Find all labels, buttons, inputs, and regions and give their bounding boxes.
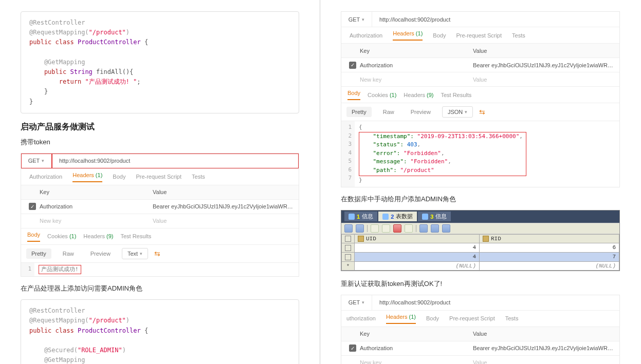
- chevron-down-icon: ▾: [465, 109, 467, 114]
- tab-prerequest[interactable]: Pre-request Script: [456, 32, 502, 39]
- format-select[interactable]: Text▾: [122, 248, 148, 259]
- heading-start-test: 启动产品服务做测试: [21, 122, 299, 132]
- view-pretty[interactable]: Pretty: [346, 107, 372, 117]
- db-toolbar: [341, 223, 619, 234]
- tab-headers[interactable]: Headers (1): [72, 172, 102, 182]
- code-block-2: @RestController @RequestMapping("/produc…: [21, 299, 299, 364]
- tab-body[interactable]: Body: [426, 315, 439, 321]
- http-method-select[interactable]: GET▾: [21, 154, 52, 168]
- postman-panel-2: GET▾ http://localhost:9002/product Autho…: [341, 11, 620, 187]
- wrap-icon[interactable]: ⇆: [479, 108, 485, 116]
- checkbox-icon[interactable]: [345, 254, 351, 260]
- format-select[interactable]: JSON▾: [442, 106, 473, 118]
- view-raw[interactable]: Raw: [378, 107, 399, 117]
- para-retest-ok: 重新认证获取新token再测试OK了!: [341, 279, 620, 289]
- view-raw[interactable]: Raw: [58, 248, 79, 259]
- tab-headers[interactable]: Headers (1): [386, 314, 416, 324]
- db-table[interactable]: UID RID 4 6 4 7 * (NULL) (NULL): [341, 234, 619, 271]
- col-header-value: Value: [153, 189, 295, 195]
- http-method-select[interactable]: GET▾: [341, 295, 372, 310]
- code-block-1: @RestController @RequestMapping("/produc…: [21, 11, 299, 113]
- table-row-new[interactable]: * (NULL) (NULL): [342, 261, 619, 270]
- url-input[interactable]: http://localhost:9002/product: [372, 299, 457, 305]
- tab-headers[interactable]: Headers (1): [393, 30, 423, 41]
- info-icon: [422, 214, 428, 220]
- chevron-down-icon: ▾: [362, 17, 364, 22]
- checkbox-checked-icon[interactable]: ✓: [349, 344, 356, 352]
- resp-tab-headers[interactable]: Headers (9): [404, 92, 433, 98]
- header-row[interactable]: ✓ Authorization Bearer eyJhbGciOiJSUzI1N…: [341, 58, 619, 72]
- postman-panel-3: GET▾ http://localhost:9002/product uthor…: [341, 295, 620, 364]
- tab-prerequest[interactable]: Pre-request Script: [136, 174, 181, 180]
- resp-tab-testresults[interactable]: Test Results: [441, 92, 471, 98]
- tab-tests[interactable]: Tests: [192, 174, 205, 180]
- para-add-role-db: 在数据库中手动给用户添加ADMIN角色: [341, 195, 620, 204]
- tab-body[interactable]: Body: [113, 174, 125, 180]
- new-value-input[interactable]: Value: [153, 218, 295, 224]
- header-row[interactable]: ✓ Authorization Bearer eyJhbGciOiJSUzI1N…: [21, 200, 299, 214]
- chevron-down-icon: ▾: [362, 300, 364, 305]
- resp-tab-cookies[interactable]: Cookies (1): [47, 233, 76, 239]
- checkbox-icon[interactable]: [345, 245, 351, 251]
- table-icon: [382, 214, 389, 220]
- left-column: @RestController @RequestMapping("/produc…: [0, 0, 320, 364]
- checkbox-checked-icon[interactable]: ✓: [29, 203, 36, 210]
- toolbar-btn[interactable]: [419, 224, 428, 233]
- tab-body[interactable]: Body: [433, 32, 446, 39]
- column-icon: [483, 236, 489, 242]
- view-preview[interactable]: Preview: [85, 248, 116, 259]
- tab-tests[interactable]: Tests: [512, 32, 525, 39]
- toolbar-btn[interactable]: [382, 224, 390, 233]
- right-column: GET▾ http://localhost:9002/product Autho…: [320, 0, 640, 364]
- table-row[interactable]: 4 6: [342, 243, 619, 252]
- tab-authorization[interactable]: Authorization: [350, 32, 382, 39]
- toolbar-btn[interactable]: [356, 224, 364, 233]
- column-icon: [358, 236, 364, 242]
- resp-tab-testresults[interactable]: Test Results: [120, 233, 151, 239]
- url-input[interactable]: http://localhost:9002/product: [372, 16, 457, 23]
- para-add-secured: 在产品处理器上添加访问需要ADMIN角色: [21, 284, 299, 293]
- view-preview[interactable]: Preview: [406, 107, 436, 117]
- table-row-selected[interactable]: 4 7: [342, 252, 619, 261]
- info-icon: [349, 214, 355, 220]
- request-tabs: Authorization Headers (1) Body Pre-reque…: [21, 169, 299, 185]
- tab-prerequest[interactable]: Pre-request Script: [449, 315, 495, 321]
- response-json: { "timestamp": "2019-09-23T13:03:54.366+…: [355, 121, 619, 187]
- resp-tab-cookies[interactable]: Cookies (1): [368, 92, 396, 98]
- http-method-select[interactable]: GET▾: [341, 12, 372, 27]
- resp-tab-headers[interactable]: Headers (9): [83, 233, 113, 239]
- tab-tests[interactable]: Tests: [505, 315, 519, 321]
- header-value[interactable]: Bearer eyJhbGciOiJSUzI1NiJ9.eyJ1c2VyIjoi…: [153, 203, 295, 209]
- db-tab-info1[interactable]: 1 信息: [344, 212, 377, 221]
- response-text: 产品测试成功!: [39, 265, 81, 275]
- url-input[interactable]: http://localhost:9002/product: [52, 158, 137, 164]
- wrap-icon[interactable]: ⇆: [154, 250, 160, 258]
- toolbar-btn[interactable]: [431, 224, 439, 233]
- tab-authorization[interactable]: Authorization: [29, 174, 62, 180]
- new-key-input[interactable]: New key: [40, 218, 153, 224]
- line-gutter: 1234567: [341, 121, 355, 187]
- header-key[interactable]: Authorization: [40, 203, 153, 209]
- chevron-down-icon: ▾: [140, 251, 142, 256]
- view-pretty[interactable]: Pretty: [26, 248, 51, 259]
- toolbar-btn[interactable]: [442, 224, 450, 233]
- col-rid: RID: [491, 236, 501, 242]
- col-header-key: Key: [40, 189, 153, 195]
- para-token: 携带token: [21, 138, 299, 147]
- db-tab-data[interactable]: 2 表数据: [378, 212, 417, 221]
- toolbar-delete-btn[interactable]: [393, 224, 401, 233]
- resp-tab-body[interactable]: Body: [347, 90, 360, 100]
- checkbox-icon[interactable]: [345, 236, 351, 242]
- col-uid: UID: [366, 236, 376, 242]
- resp-tab-body[interactable]: Body: [27, 232, 40, 242]
- checkbox-checked-icon[interactable]: ✓: [349, 62, 356, 69]
- response-tabs: Body Cookies (1) Headers (9) Test Result…: [21, 228, 299, 245]
- tab-authorization[interactable]: uthorization: [346, 315, 376, 321]
- db-tab-info2[interactable]: 3 信息: [418, 212, 451, 221]
- db-grid-panel: 1 信息 2 表数据 3 信息 UID RID: [341, 210, 620, 271]
- toolbar-btn[interactable]: [405, 224, 413, 233]
- header-row[interactable]: ✓ Authorization Bearer eyJhbGciOiJSUzI1N…: [341, 341, 619, 356]
- toolbar-btn[interactable]: [344, 224, 353, 233]
- postman-panel-1: GET▾ http://localhost:9002/product Autho…: [21, 153, 299, 277]
- toolbar-btn[interactable]: [371, 224, 379, 233]
